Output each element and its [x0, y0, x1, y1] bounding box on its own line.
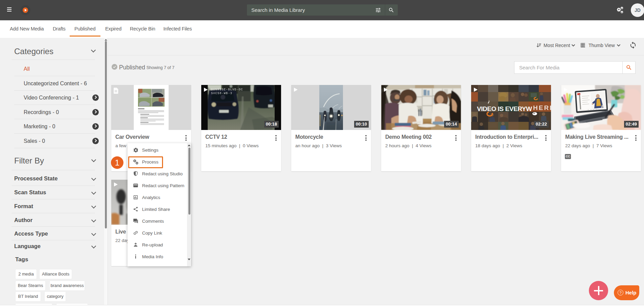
svg-text:VIDEO IS EVERYW: VIDEO IS EVERYW [477, 105, 532, 112]
svg-text:SAC50-WB-3: SAC50-WB-3 [211, 92, 232, 95]
svg-text:HERE: HERE [533, 104, 551, 111]
svg-text:SUNRISE-BLVD-OC: SUNRISE-BLVD-OC [211, 88, 243, 91]
